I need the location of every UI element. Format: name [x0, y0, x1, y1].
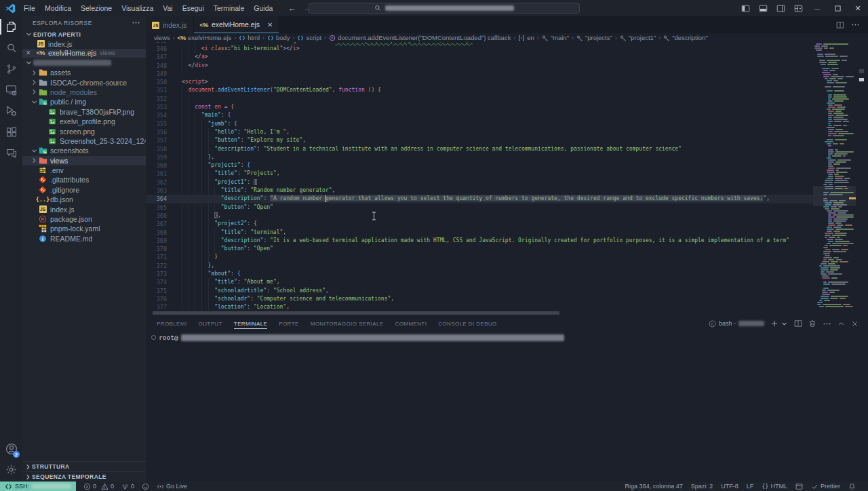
code-line[interactable]: 366 },: [146, 212, 813, 220]
code-line[interactable]: 358 "description": "Student in a technic…: [146, 145, 813, 153]
tree-item-db-json[interactable]: {..}db.json: [22, 195, 146, 204]
code-line[interactable]: 377 "location": "Location",: [146, 303, 813, 311]
tree-item-screen-png[interactable]: screen.png: [22, 126, 146, 136]
code-line[interactable]: 367 "project2": {: [146, 220, 813, 228]
menu-selezione[interactable]: Selezione: [76, 0, 117, 16]
split-editor-icon[interactable]: [836, 21, 844, 29]
close-window-button[interactable]: ✕: [848, 0, 868, 16]
tab-exelviHome.ejs[interactable]: <%exelviHome.ejs✕: [194, 16, 280, 33]
tree-item--gitignore[interactable]: .gitignore: [22, 185, 146, 195]
layout-panel-left-icon[interactable]: [736, 0, 754, 16]
layout-sidebar-right-icon[interactable]: [772, 0, 789, 16]
code-line[interactable]: 353 const en = {: [146, 103, 813, 111]
layout-panel-bottom-icon[interactable]: [754, 0, 772, 16]
breadcrumb-exelvihome-ejs[interactable]: <%exelviHome.ejs: [178, 34, 232, 41]
breadcrumb-document-addeventlistener-domcontentloaded-callback[interactable]: document.addEventListener("DOMContentLoa…: [329, 34, 511, 41]
problems-status[interactable]: 00: [83, 483, 114, 490]
breadcrumb-en[interactable]: en: [518, 34, 534, 41]
menu-file[interactable]: File: [19, 0, 40, 16]
breadcrumbs[interactable]: views›<%exelviHome.ejs›html›body›script›…: [146, 33, 868, 42]
code-line[interactable]: 354 "main": {: [146, 111, 813, 119]
feedback-smiley-icon[interactable]: [142, 483, 149, 490]
code-line[interactable]: 359 },: [146, 153, 813, 161]
code-line[interactable]: 376 "schooladr": "Computer science and t…: [146, 295, 813, 303]
code-line[interactable]: 346 <i class="bi bi-terminal"></i>: [146, 45, 813, 53]
breadcrumb--main-[interactable]: "main": [542, 34, 569, 41]
panel-tab-output[interactable]: OUTPUT: [199, 316, 222, 331]
open-editor-exelviHome.ejs[interactable]: ✕<%exelviHome.ejsviews: [22, 49, 146, 58]
tree-item-assets[interactable]: assets: [22, 68, 146, 77]
activity-extensions[interactable]: [0, 121, 22, 142]
indentation[interactable]: Spazi: 2: [691, 483, 713, 490]
ports-status[interactable]: 0: [121, 483, 134, 490]
activity-explorer[interactable]: [0, 16, 22, 37]
eol[interactable]: LF: [747, 483, 754, 490]
tree-item-screenshot-25-3-2024-12449-exelvi-[interactable]: Screenshot_25-3-2024_12449_exelvi...: [22, 136, 146, 146]
code-line[interactable]: 371 }: [146, 253, 813, 261]
tree-item-public-img[interactable]: public / img: [22, 97, 146, 106]
breadcrumb-script[interactable]: script: [297, 34, 321, 41]
activity-remote-explorer[interactable]: [0, 79, 22, 100]
activity-search[interactable]: [0, 37, 22, 58]
menu-vai[interactable]: Vai: [158, 0, 177, 16]
remote-indicator[interactable]: SSH:: [0, 482, 76, 491]
menu-terminale[interactable]: Terminale: [209, 0, 250, 16]
breadcrumb-html[interactable]: html: [239, 34, 260, 41]
code-line[interactable]: 364 "description": "A random number gene…: [146, 195, 813, 203]
panel-tab-commenti[interactable]: COMMENTI: [395, 316, 427, 331]
code-line[interactable]: 350<script>: [146, 78, 813, 86]
tree-item--env[interactable]: .env: [22, 165, 146, 175]
code-line[interactable]: 357 "button": "Explore my site",: [146, 136, 813, 144]
activity-run-debug[interactable]: [0, 100, 22, 121]
tree-item-exelvi-profile-png[interactable]: exelvi_profile.png: [22, 117, 146, 126]
maximize-button[interactable]: [827, 0, 848, 16]
code-line[interactable]: 373 "about": {: [146, 270, 813, 278]
layout-customize-icon[interactable]: [789, 0, 807, 16]
menu-visualizza[interactable]: Visualizza: [117, 0, 158, 16]
language-mode[interactable]: {}HTML: [762, 483, 787, 490]
close-editor-icon[interactable]: ✕: [26, 49, 31, 58]
tree-item-node-modules[interactable]: node_modules: [22, 87, 146, 97]
code-line[interactable]: 368 "title": "terminal",: [146, 229, 813, 237]
command-center-search[interactable]: [309, 3, 580, 14]
close-tab-icon[interactable]: ✕: [267, 21, 273, 28]
panel-tab-terminale[interactable]: TERMINALE: [234, 316, 267, 331]
code-line[interactable]: 363 "title": "Random number generator",: [146, 186, 813, 195]
tree-item-index-js[interactable]: JSindex.js: [22, 204, 146, 214]
code-line[interactable]: 360 "projects": {: [146, 161, 813, 170]
terminal-dropdown-icon[interactable]: [781, 320, 788, 328]
code-line[interactable]: 365 "button": "Open": [146, 203, 813, 212]
minimap-slider[interactable]: [813, 186, 856, 206]
formatter-prettier[interactable]: Prettier: [811, 483, 840, 490]
terminal[interactable]: root@: [146, 331, 868, 482]
tree-item-isdcac-chrome-source[interactable]: ISDCAC-chrome-source: [22, 77, 146, 87]
cursor-position[interactable]: Riga 364, colonna 47: [625, 483, 683, 490]
tree-item-package-json[interactable]: package.json: [22, 214, 146, 224]
code-line[interactable]: 347 </a>: [146, 53, 813, 61]
close-panel-icon[interactable]: [851, 320, 859, 328]
tree-item--gitattributes[interactable]: .gitattributes: [22, 175, 146, 184]
account-icon[interactable]: 2: [0, 438, 22, 459]
tree-item-views[interactable]: views: [22, 156, 146, 165]
explorer-more-actions-icon[interactable]: [132, 18, 140, 27]
panel-tab-problemi[interactable]: PROBLEMI: [157, 316, 187, 331]
go-live-button[interactable]: Go Live: [157, 483, 187, 490]
menu-guida[interactable]: Guida: [249, 0, 277, 16]
code-line[interactable]: 369 "description": "It is a web-based te…: [146, 237, 813, 245]
open-editors-header[interactable]: EDITOR APERTI: [22, 29, 146, 39]
notifications-bell[interactable]: [848, 483, 856, 490]
open-editor-index.js[interactable]: JSindex.js: [22, 39, 146, 49]
tree-item-screenshots[interactable]: screenshots: [22, 146, 146, 155]
code-line[interactable]: 351 document.addEventListener("DOMConten…: [146, 86, 813, 94]
code-line[interactable]: 352: [146, 95, 813, 103]
minimap[interactable]: [813, 42, 856, 311]
code-line[interactable]: 348 </div>: [146, 62, 813, 70]
section-struttura[interactable]: STRUTTURA: [22, 461, 146, 471]
kill-terminal-icon[interactable]: [808, 319, 816, 328]
horizontal-scrollbar[interactable]: [146, 311, 813, 316]
breadcrumb--projects-[interactable]: "projects": [576, 34, 612, 41]
menu-modifica[interactable]: Modifica: [40, 0, 76, 16]
code-line[interactable]: 372 },: [146, 262, 813, 270]
activity-source-control[interactable]: [0, 58, 22, 79]
tree-item-pnpm-lock-yaml[interactable]: pnpm-lock.yaml: [22, 224, 146, 233]
